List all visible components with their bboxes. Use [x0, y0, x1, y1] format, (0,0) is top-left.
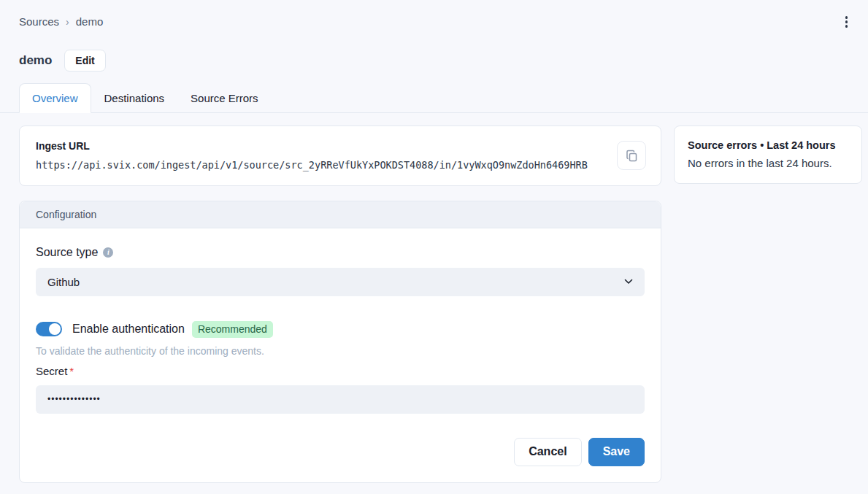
source-type-selected-value: Github	[47, 276, 80, 288]
source-errors-card: Source errors • Last 24 hours No errors …	[674, 126, 862, 184]
secret-label: Secret	[36, 365, 67, 377]
toggle-knob	[49, 323, 61, 335]
tab-source-errors[interactable]: Source Errors	[177, 83, 272, 113]
ingest-url-label: Ingest URL	[36, 139, 588, 154]
ingest-url-value: https://api.svix.com/ingest/api/v1/sourc…	[36, 157, 588, 173]
configuration-card-body: Source type i Github Enable authenti	[20, 228, 661, 482]
page-title: demo	[19, 53, 52, 68]
tab-destinations[interactable]: Destinations	[91, 83, 178, 113]
configuration-card: Configuration Source type i Github	[19, 201, 661, 483]
cancel-button[interactable]: Cancel	[514, 438, 581, 466]
save-button[interactable]: Save	[588, 438, 645, 466]
info-icon[interactable]: i	[103, 247, 113, 258]
recommended-badge: Recommended	[192, 321, 273, 338]
tab-overview[interactable]: Overview	[19, 83, 91, 113]
source-errors-title: Source errors • Last 24 hours	[688, 138, 848, 153]
auth-helper-text: To validate the authenticity of the inco…	[36, 344, 645, 358]
copy-icon	[626, 150, 638, 162]
enable-auth-label: Enable authentication	[72, 323, 185, 336]
main-content: Ingest URL https://api.svix.com/ingest/a…	[0, 113, 868, 483]
title-row: demo Edit	[0, 31, 868, 72]
top-bar: Sources › demo	[0, 0, 868, 31]
tab-bar: Overview Destinations Source Errors	[0, 83, 868, 113]
source-type-label: Source type	[36, 244, 98, 260]
copy-button[interactable]	[617, 141, 646, 170]
kebab-dot	[845, 20, 848, 23]
right-column: Source errors • Last 24 hours No errors …	[674, 126, 862, 184]
enable-auth-toggle[interactable]	[36, 322, 62, 336]
required-asterisk: *	[69, 365, 74, 377]
secret-label-row: Secret*	[36, 364, 645, 379]
kebab-dot	[845, 16, 848, 19]
breadcrumb-sources-link[interactable]: Sources	[19, 15, 59, 28]
kebab-dot	[845, 25, 848, 28]
ingest-url-card: Ingest URL https://api.svix.com/ingest/a…	[19, 126, 661, 186]
edit-button[interactable]: Edit	[64, 50, 105, 72]
ingest-url-text: Ingest URL https://api.svix.com/ingest/a…	[36, 139, 588, 173]
breadcrumb-separator-icon: ›	[66, 16, 69, 28]
form-actions: Cancel Save	[36, 438, 645, 466]
configuration-card-header: Configuration	[20, 201, 661, 228]
breadcrumb-current-demo[interactable]: demo	[76, 15, 104, 28]
source-type-label-row: Source type i	[36, 244, 645, 260]
source-errors-body: No errors in the last 24 hours.	[688, 155, 848, 171]
secret-input[interactable]	[36, 385, 645, 414]
kebab-menu-icon[interactable]	[841, 13, 853, 31]
enable-auth-row: Enable authentication Recommended	[36, 321, 645, 338]
chevron-down-icon	[624, 279, 633, 285]
breadcrumb: Sources › demo	[19, 15, 103, 28]
page: Sources › demo demo Edit Overview Destin…	[0, 0, 868, 494]
source-type-select[interactable]: Github	[36, 268, 645, 296]
left-column: Ingest URL https://api.svix.com/ingest/a…	[19, 126, 661, 483]
